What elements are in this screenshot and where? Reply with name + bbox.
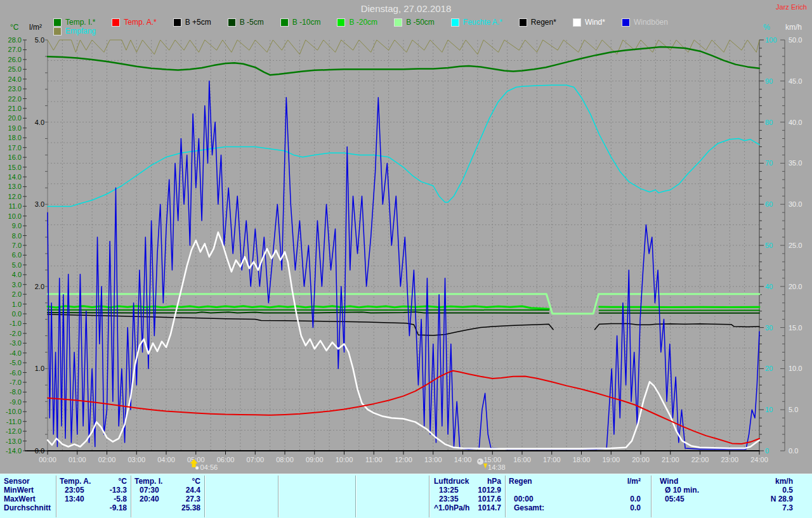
moonset-arrow-icon — [483, 463, 487, 469]
axis-tick-label: -5.0 — [10, 359, 22, 366]
axis-tick-label: 18:00 — [573, 456, 591, 463]
axis-tick-label: 25.0 — [8, 65, 22, 73]
row-value: 1017.6 — [478, 495, 501, 503]
axis-tick-label: 4.0 — [12, 271, 22, 278]
axis-tick-label: 22.0 — [8, 95, 22, 103]
axis-tick-label: 6.0 — [12, 251, 22, 259]
row-value: 0.0 — [630, 495, 641, 503]
series-b_m20 — [48, 306, 549, 309]
max-time: 20:40 — [134, 495, 159, 503]
axis-tick-label: -6.0 — [10, 369, 22, 377]
axis-tick-label: 90 — [765, 77, 773, 85]
min-value: 24.4 — [186, 486, 200, 495]
panel-divider — [355, 476, 357, 517]
row-value: N 28.9 — [771, 495, 793, 503]
row-value: 1014.7 — [478, 503, 501, 512]
axis-tick-label: 50 — [765, 242, 773, 249]
axis-tick-label: 14:00 — [454, 456, 472, 463]
axis-tick-label: 40.0 — [789, 119, 802, 126]
row-time: 00:00 — [509, 495, 534, 503]
series-b_p5 — [595, 323, 760, 329]
axis-tick-label: 60 — [765, 200, 773, 208]
avg-value: 25.38 — [181, 503, 200, 512]
min-value: -13.3 — [110, 486, 127, 495]
axis-tick-label: 35.0 — [789, 159, 802, 167]
axis-tick-label: 09:00 — [306, 456, 324, 463]
row-time — [509, 486, 514, 495]
axis-tick-label: 12:00 — [395, 456, 412, 463]
panel-divider — [131, 476, 132, 517]
axis-tick-label: 07:00 — [246, 456, 264, 463]
axis-tick-label: 18.0 — [8, 134, 22, 141]
col-title: Temp. I. — [134, 477, 162, 486]
axis-tick-label: 8.0 — [12, 232, 22, 240]
summary-col-temp-i: Temp. I.°C 07:3024.4 20:4027.3 25.38 — [134, 477, 200, 512]
axis-tick-label: 30.0 — [789, 200, 802, 208]
axis-tick-label: 5.0 — [789, 406, 798, 413]
axis-tick-label: 10:00 — [336, 456, 353, 463]
row-time: 23:35 — [434, 495, 459, 503]
axis-tick-label: 25.0 — [789, 242, 802, 249]
summary-label-sensor: Sensor — [4, 477, 30, 486]
series-temp_i — [48, 47, 759, 75]
axis-tick-label: 08:00 — [276, 456, 294, 463]
axis-tick-label: 9.0 — [12, 222, 22, 230]
axis-tick-label: -3.0 — [10, 339, 22, 347]
axis-tick-label: 20:00 — [632, 456, 650, 463]
col-unit: l/m² — [627, 477, 641, 486]
axis-tick-label: 40 — [765, 283, 773, 290]
axis-tick-label: 00:00 — [39, 456, 56, 463]
series-temp_a — [48, 371, 759, 444]
avg-value: -9.18 — [110, 503, 127, 512]
series-b_m5 — [48, 312, 549, 313]
axis-tick-label: -1.0 — [10, 320, 22, 327]
row-time: 13:25 — [434, 486, 459, 495]
axis-tick-label: 80 — [765, 119, 773, 126]
avg-time — [60, 503, 65, 512]
axis-tick-label: 15.0 — [8, 164, 22, 171]
summary-col-luftdruck: LuftdruckhPa 13:251012.9 23:351017.6 ^1.… — [434, 477, 501, 512]
axis-tick-label: 70 — [765, 159, 773, 167]
row-value: 7.3 — [782, 503, 793, 512]
axis-tick-label: 11:00 — [365, 456, 383, 463]
axis-tick-label: -12.0 — [6, 427, 22, 435]
axis-tick-label: 11.0 — [8, 202, 22, 210]
row-value: 0.5 — [782, 486, 793, 495]
axis-tick-label: -11.0 — [6, 418, 22, 425]
axis-tick-label: 13.0 — [8, 183, 22, 190]
axis-tick-label: 16:00 — [513, 456, 531, 463]
axis-tick-label: 4.0 — [35, 119, 44, 126]
col-title: Wind — [660, 477, 678, 486]
panel-divider — [429, 476, 430, 517]
row-time: ^1.0hPa/h — [434, 503, 469, 512]
min-time: 23:05 — [60, 486, 84, 495]
axis-tick-label: 10 — [765, 406, 773, 413]
summary-label-maxwert: MaxWert — [4, 495, 36, 503]
summary-col-regen: Regenl/m² 00:000.0 Gesamt:0.0 — [509, 477, 641, 512]
col-unit: °C — [119, 477, 127, 486]
panel-divider — [651, 476, 652, 517]
col-title: Regen — [509, 477, 532, 486]
sun-icon — [195, 467, 199, 470]
col-unit: °C — [192, 477, 200, 486]
min-time: 07:30 — [134, 486, 159, 495]
axis-tick-label: 28.0 — [8, 36, 22, 44]
axis-tick-label: 0.0 — [789, 447, 798, 455]
summary-label-durchschnitt: Durchschnitt — [4, 503, 51, 512]
axis-tick-label: 27.0 — [8, 46, 22, 53]
axis-tick-label: 23.0 — [8, 85, 22, 93]
panel-divider — [56, 476, 57, 517]
row-time: Gesamt: — [509, 503, 544, 512]
summary-panel: Sensor MinWert MaxWert Durchschnitt Temp… — [0, 474, 812, 518]
col-unit: km/h — [775, 477, 793, 486]
axis-tick-label: 22:00 — [691, 456, 709, 463]
axis-tick-label: 50.0 — [789, 36, 802, 44]
axis-tick-label: 1.0 — [35, 365, 44, 372]
axis-tick-label: 5.0 — [12, 261, 22, 269]
row-time: 05:45 — [660, 495, 684, 503]
axis-tick-label: 45.0 — [789, 77, 802, 85]
axis-tick-label: -10.0 — [6, 408, 22, 415]
axis-tick-label: 20.0 — [789, 283, 802, 290]
axis-tick-label: 0 — [765, 447, 769, 455]
row-value: 1012.9 — [478, 486, 501, 495]
